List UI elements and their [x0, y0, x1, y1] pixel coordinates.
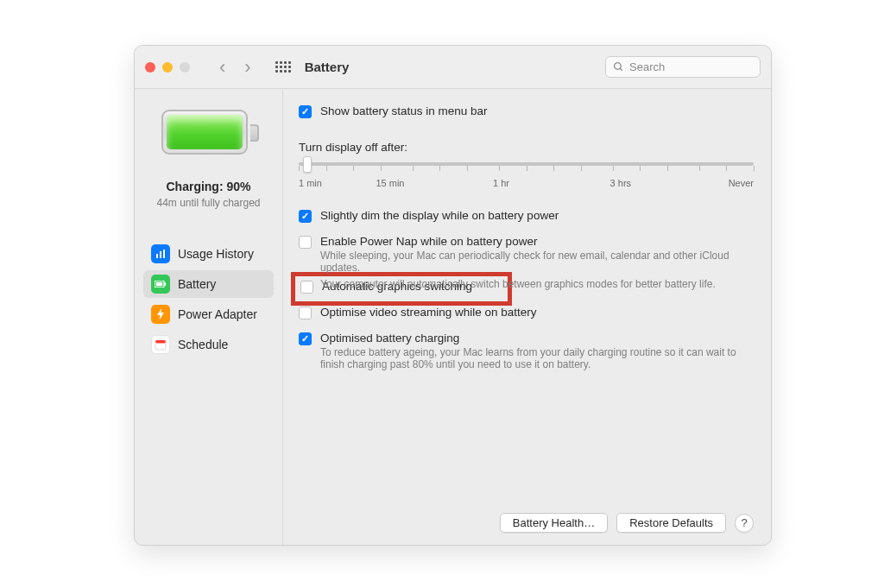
slider-tick-label: 15 min [376, 178, 404, 188]
calendar-icon [151, 335, 170, 354]
option-description: Your computer will automatically switch … [320, 278, 752, 290]
option-optimised-charging: Optimised battery charging To reduce bat… [299, 332, 754, 370]
battery-health-button[interactable]: Battery Health… [500, 513, 608, 533]
svg-rect-3 [160, 251, 161, 258]
slider-tick-label: 3 hrs [610, 178, 631, 188]
svg-rect-7 [165, 282, 167, 286]
slider-tick-label: 1 min [299, 178, 322, 188]
sidebar-item-battery[interactable]: Battery [143, 270, 274, 298]
bolt-icon [151, 305, 170, 324]
option-label: Enable Power Nap while on battery power [320, 235, 735, 248]
footer-buttons: Battery Health… Restore Defaults ? [500, 513, 754, 533]
sidebar-list: Usage History Battery Power Adapter [143, 240, 274, 358]
search-placeholder: Search [629, 60, 665, 73]
zoom-icon[interactable] [180, 62, 190, 73]
option-label: Slightly dim the display while on batter… [320, 209, 559, 222]
charging-eta: 44m until fully charged [143, 197, 274, 209]
chart-icon [151, 244, 170, 263]
search-input[interactable]: Search [605, 56, 761, 78]
restore-defaults-button[interactable]: Restore Defaults [616, 513, 726, 533]
slider-title: Turn display off after: [299, 141, 754, 154]
sidebar-item-usage-history[interactable]: Usage History [143, 240, 274, 268]
checkbox-power-nap[interactable] [299, 236, 312, 249]
battery-illustration [161, 110, 256, 157]
sidebar-item-label: Usage History [178, 247, 254, 261]
display-sleep-slider: Turn display off after: 1 min 15 min [299, 141, 754, 188]
nav-arrows: ‹ › [219, 56, 251, 79]
slider-knob[interactable] [303, 156, 312, 173]
checkbox-optimise-video[interactable] [299, 307, 312, 319]
battery-icon [151, 275, 170, 294]
option-label: Optimise video streaming while on batter… [320, 306, 537, 319]
window-controls [145, 62, 190, 73]
option-menu-bar: Show battery status in menu bar [299, 104, 754, 118]
help-button[interactable]: ? [735, 514, 754, 533]
close-icon[interactable] [145, 62, 155, 73]
option-description: To reduce battery ageing, your Mac learn… [320, 346, 752, 370]
show-all-icon[interactable] [275, 61, 291, 73]
sidebar: Charging: 90% 44m until fully charged Us… [135, 89, 283, 545]
battery-prefs-window: ‹ › Battery Search Charging: 90% 44m unt… [134, 45, 772, 546]
option-description: While sleeping, your Mac can periodicall… [320, 250, 735, 274]
checkbox-optimised-charging[interactable] [299, 332, 312, 345]
sidebar-item-label: Schedule [178, 338, 228, 351]
charging-status: Charging: 90% [143, 180, 274, 193]
sidebar-item-power-adapter[interactable]: Power Adapter [143, 300, 274, 328]
page-title: Battery [305, 60, 350, 74]
checkbox-menu-bar[interactable] [299, 105, 312, 118]
content: Show battery status in menu bar Turn dis… [283, 89, 771, 545]
svg-point-0 [615, 63, 622, 70]
back-button[interactable]: ‹ [219, 56, 225, 79]
option-power-nap: Enable Power Nap while on battery power … [299, 235, 754, 274]
slider-track[interactable] [299, 162, 754, 166]
checkbox-dim-display[interactable] [299, 210, 312, 223]
sidebar-item-schedule[interactable]: Schedule [143, 331, 274, 358]
search-icon [613, 61, 624, 73]
slider-tick-label: Never [729, 178, 754, 188]
option-label: Optimised battery charging [320, 332, 752, 345]
sidebar-item-label: Power Adapter [178, 307, 257, 321]
minimize-icon[interactable] [162, 62, 173, 73]
svg-rect-4 [163, 250, 165, 258]
option-dim-display: Slightly dim the display while on batter… [299, 209, 754, 223]
svg-line-1 [620, 68, 622, 71]
slider-tick-label: 1 hr [493, 178, 509, 188]
option-optimise-video: Optimise video streaming while on batter… [299, 306, 754, 319]
svg-rect-9 [155, 340, 166, 344]
slider-labels: 1 min 15 min 1 hr 3 hrs Never [299, 178, 754, 188]
svg-rect-6 [156, 282, 162, 286]
body: Charging: 90% 44m until fully charged Us… [135, 89, 771, 545]
sidebar-item-label: Battery [178, 277, 216, 291]
checkbox-graphics-switching[interactable] [300, 281, 313, 294]
forward-button[interactable]: › [244, 56, 250, 79]
option-label: Show battery status in menu bar [320, 104, 488, 117]
titlebar: ‹ › Battery Search [135, 46, 771, 89]
svg-rect-2 [156, 254, 158, 258]
